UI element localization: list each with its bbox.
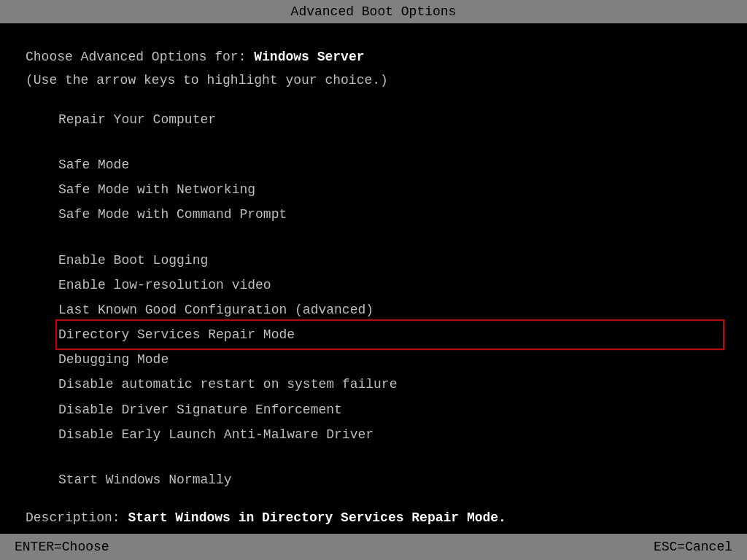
- menu-item-debugging[interactable]: Debugging Mode: [58, 347, 721, 372]
- intro-prefix: Choose Advanced Options for:: [26, 50, 254, 64]
- menu-item-boot-logging[interactable]: Enable Boot Logging: [58, 248, 721, 273]
- intro-line2: (Use the arrow keys to highlight your ch…: [26, 69, 721, 92]
- content-area: Choose Advanced Options for: Windows Ser…: [0, 23, 747, 525]
- menu-item-start-normally[interactable]: Start Windows Normally: [58, 467, 721, 492]
- menu-item-safe-mode-networking[interactable]: Safe Mode with Networking: [58, 177, 721, 202]
- menu-item-repair[interactable]: Repair Your Computer: [58, 107, 721, 132]
- title-text: Advanced Boot Options: [291, 4, 457, 19]
- description-prefix: Description:: [26, 510, 128, 525]
- menu-item-directory-services[interactable]: Directory Services Repair Mode: [58, 322, 721, 347]
- enter-label: ENTER=Choose: [15, 540, 109, 554]
- spacer-1: [26, 139, 721, 152]
- menu-item-low-resolution[interactable]: Enable low-resolution video: [58, 273, 721, 298]
- menu-item-last-known-good[interactable]: Last Known Good Configuration (advanced): [58, 298, 721, 322]
- menu-item-safe-mode-command[interactable]: Safe Mode with Command Prompt: [58, 202, 721, 227]
- description-area: Description: Start Windows in Directory …: [26, 510, 721, 525]
- intro-line1: Choose Advanced Options for: Windows Ser…: [26, 45, 721, 69]
- esc-label: ESC=Cancel: [654, 540, 732, 554]
- menu-section-4: Start Windows Normally: [26, 467, 721, 492]
- menu-section-3: Enable Boot Logging Enable low-resolutio…: [26, 248, 721, 448]
- spacer-3: [26, 454, 721, 467]
- menu-section-1: Repair Your Computer: [26, 107, 721, 132]
- description-text: Start Windows in Directory Services Repa…: [128, 510, 506, 525]
- menu-item-disable-restart[interactable]: Disable automatic restart on system fail…: [58, 372, 721, 397]
- title-bar: Advanced Boot Options: [0, 0, 747, 23]
- intro-highlight: Windows Server: [254, 50, 364, 64]
- menu-item-disable-early-launch[interactable]: Disable Early Launch Anti-Malware Driver: [58, 422, 721, 447]
- menu-item-safe-mode[interactable]: Safe Mode: [58, 152, 721, 177]
- footer-bar: ENTER=Choose ESC=Cancel: [0, 534, 747, 560]
- menu-item-disable-driver-sig[interactable]: Disable Driver Signature Enforcement: [58, 397, 721, 422]
- spacer-2: [26, 235, 721, 248]
- menu-section-2: Safe Mode Safe Mode with Networking Safe…: [26, 152, 721, 228]
- intro-text: Choose Advanced Options for: Windows Ser…: [26, 45, 721, 93]
